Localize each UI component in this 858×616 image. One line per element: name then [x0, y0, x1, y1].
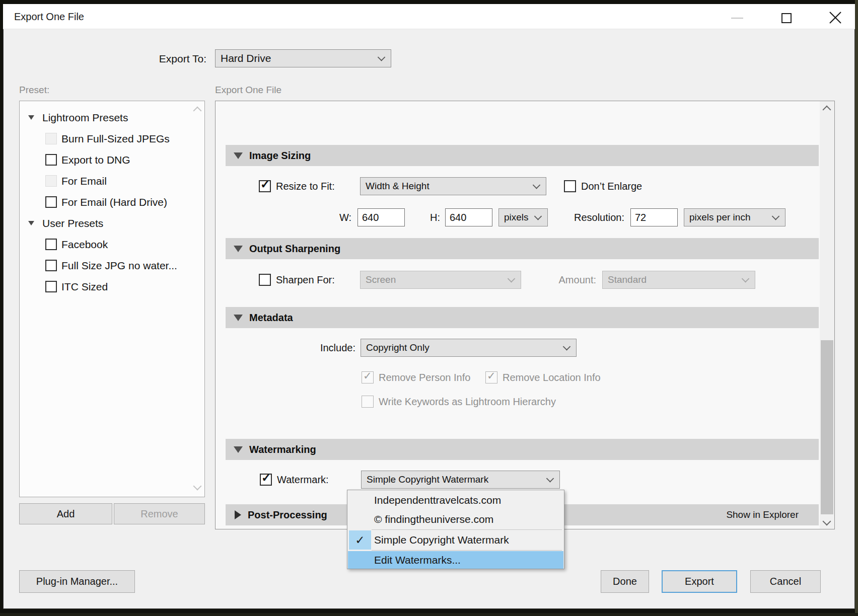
metadata-include-value: Copyright Only	[366, 342, 430, 353]
title-bar	[3, 4, 855, 29]
maximize-icon[interactable]	[781, 13, 792, 23]
chevron-down-icon	[534, 212, 542, 220]
section-title: Post-Processing	[248, 509, 327, 521]
add-button[interactable]: Add	[19, 503, 112, 524]
check-icon: ✓	[349, 530, 371, 550]
sharpen-for-value: Screen	[366, 274, 396, 285]
done-button[interactable]: Done	[601, 570, 649, 593]
resize-to-fit-checkbox[interactable]	[259, 180, 271, 192]
preset-item-full-size-jpg[interactable]: Full Size JPG no water...	[61, 259, 177, 273]
preset-checkbox-burn-full-sized-jpegs[interactable]	[45, 133, 57, 144]
chevron-down-icon	[378, 53, 386, 61]
collapse-triangle-icon	[234, 246, 243, 252]
chevron-down-icon	[508, 275, 516, 283]
preset-group-lightroom-presets[interactable]: Lightroom Presets	[42, 111, 128, 125]
collapse-triangle-icon	[234, 152, 243, 159]
settings-caption: Export One File	[215, 85, 281, 96]
resize-mode-dropdown[interactable]: Width & Height	[360, 177, 546, 195]
height-label: H:	[421, 210, 440, 224]
remove-person-info-label: Remove Person Info	[379, 370, 470, 384]
tree-expander-icon[interactable]	[28, 115, 34, 120]
chevron-down-icon	[546, 475, 554, 483]
minimize-icon[interactable]	[731, 18, 743, 19]
watermark-menu: Independenttravelcats.com © findingtheun…	[347, 490, 564, 569]
section-header-output-sharpening[interactable]: Output Sharpening	[226, 238, 819, 259]
menu-item-label: © findingtheuniverse.com	[374, 513, 493, 525]
watermark-label: Watermark:	[277, 473, 329, 487]
amount-dropdown[interactable]: Standard	[602, 271, 755, 289]
tree-expander-icon[interactable]	[28, 221, 34, 225]
menu-item-label: Edit Watermarks...	[374, 554, 461, 566]
section-title: Watermarking	[249, 444, 316, 455]
preset-checkbox-facebook[interactable]	[45, 239, 57, 250]
export-button[interactable]: Export	[662, 570, 737, 593]
watermark-checkbox[interactable]	[260, 474, 272, 486]
desktop-background-bottom	[0, 613, 858, 616]
preset-item-itc-sized[interactable]: ITC Sized	[61, 280, 108, 294]
menu-item-simple-copyright-watermark[interactable]: ✓ Simple Copyright Watermark	[348, 530, 563, 550]
section-header-image-sizing[interactable]: Image Sizing	[226, 145, 819, 166]
menu-item-findingtheuniverse[interactable]: © findingtheuniverse.com	[348, 510, 563, 529]
export-to-label: Export To:	[136, 52, 206, 66]
size-unit-value: pixels	[504, 212, 529, 223]
sharpen-for-dropdown[interactable]: Screen	[360, 271, 521, 289]
height-field[interactable]	[445, 208, 492, 226]
scrollbar-thumb[interactable]	[821, 340, 833, 514]
include-label: Include:	[302, 341, 355, 355]
show-in-explorer-label: Show in Explorer	[726, 509, 799, 520]
remove-button[interactable]: Remove	[114, 503, 205, 524]
preset-caption: Preset:	[19, 85, 49, 96]
export-to-value: Hard Drive	[221, 52, 271, 64]
section-title: Output Sharpening	[249, 243, 340, 255]
dont-enlarge-checkbox[interactable]	[564, 180, 576, 192]
preset-item-facebook[interactable]: Facebook	[61, 238, 108, 252]
preset-item-for-email[interactable]: For Email	[61, 174, 107, 188]
preset-group-user-presets[interactable]: User Presets	[42, 216, 103, 230]
plugin-manager-button[interactable]: Plug-in Manager...	[19, 570, 135, 593]
close-icon[interactable]	[828, 10, 843, 25]
menu-item-independenttravelcats[interactable]: Independenttravelcats.com	[348, 491, 563, 510]
write-keywords-label: Write Keywords as Lightroom Hierarchy	[379, 395, 556, 409]
sharpen-for-label: Sharpen For:	[276, 273, 335, 287]
preset-checkbox-for-email[interactable]	[45, 175, 57, 187]
resolution-field[interactable]	[630, 208, 678, 226]
remove-location-info-checkbox[interactable]	[485, 371, 497, 383]
cancel-button[interactable]: Cancel	[750, 570, 821, 593]
expand-triangle-icon	[235, 510, 241, 519]
chevron-down-icon	[772, 212, 780, 220]
preset-checkbox-full-size-jpg[interactable]	[45, 260, 57, 271]
preset-checkbox-export-to-dng[interactable]	[45, 154, 57, 166]
write-keywords-checkbox[interactable]	[362, 396, 374, 408]
sharpen-for-checkbox[interactable]	[259, 274, 271, 286]
resolution-unit-dropdown[interactable]: pixels per inch	[684, 208, 785, 226]
export-to-dropdown[interactable]: Hard Drive	[215, 49, 391, 67]
watermark-value: Simple Copyright Watermark	[367, 474, 488, 485]
window-title: Export One File	[14, 11, 84, 23]
preset-item-export-to-dng[interactable]: Export to DNG	[61, 153, 130, 167]
collapse-triangle-icon	[234, 315, 243, 321]
metadata-include-dropdown[interactable]: Copyright Only	[361, 339, 577, 357]
watermark-dropdown[interactable]: Simple Copyright Watermark	[361, 471, 560, 489]
menu-separator	[372, 550, 562, 551]
section-header-watermarking[interactable]: Watermarking	[226, 439, 819, 460]
menu-item-label: Independenttravelcats.com	[374, 494, 501, 506]
preset-checkbox-for-email-hard-drive[interactable]	[45, 196, 57, 208]
width-label: W:	[332, 210, 351, 224]
amount-label: Amount:	[543, 273, 596, 287]
size-unit-dropdown[interactable]: pixels	[498, 208, 548, 226]
remove-person-info-checkbox[interactable]	[362, 371, 374, 383]
section-header-metadata[interactable]: Metadata	[226, 307, 819, 328]
resolution-unit-value: pixels per inch	[689, 212, 750, 223]
chevron-down-icon	[742, 275, 750, 283]
amount-value: Standard	[608, 274, 647, 285]
resize-to-fit-label: Resize to Fit:	[276, 179, 335, 193]
preset-item-burn-full-sized-jpegs[interactable]: Burn Full-Sized JPEGs	[61, 132, 170, 146]
resize-mode-value: Width & Height	[366, 181, 430, 192]
menu-item-edit-watermarks[interactable]: Edit Watermarks...	[348, 551, 563, 569]
preset-checkbox-itc-sized[interactable]	[45, 281, 57, 292]
desktop-background	[855, 0, 858, 616]
preset-item-for-email-hard-drive[interactable]: For Email (Hard Drive)	[61, 195, 167, 209]
remove-location-info-label: Remove Location Info	[503, 370, 601, 384]
chevron-down-icon	[533, 181, 541, 189]
width-field[interactable]	[358, 208, 405, 226]
